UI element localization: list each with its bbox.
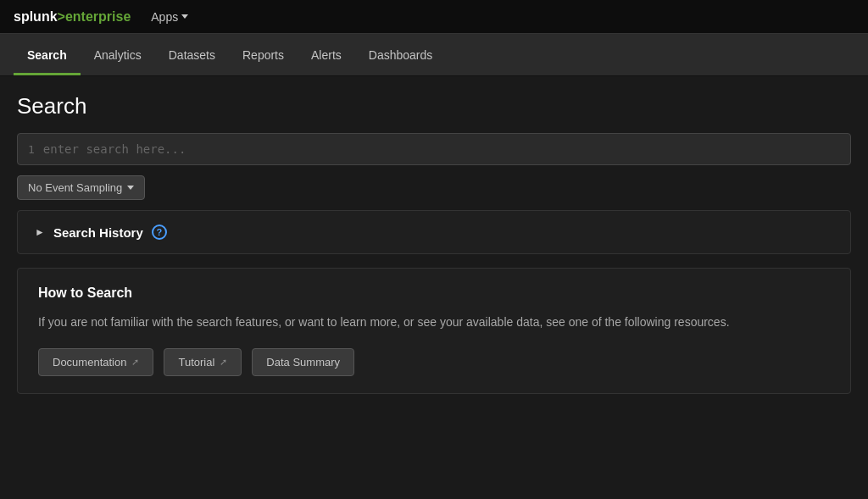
page-title: Search bbox=[17, 93, 851, 119]
search-bar[interactable]: 1 bbox=[17, 133, 851, 165]
how-to-search-title: How to Search bbox=[38, 286, 830, 301]
nav-item-analytics[interactable]: Analytics bbox=[81, 34, 155, 75]
documentation-button[interactable]: Documentation ➚ bbox=[38, 348, 153, 376]
apps-caret-icon bbox=[181, 14, 188, 19]
apps-menu[interactable]: Apps bbox=[151, 10, 188, 24]
apps-label: Apps bbox=[151, 10, 178, 24]
search-input[interactable] bbox=[43, 142, 840, 156]
how-to-search-buttons: Documentation ➚ Tutorial ➚ Data Summary bbox=[38, 348, 830, 376]
data-summary-label: Data Summary bbox=[266, 356, 340, 369]
sampling-label: No Event Sampling bbox=[28, 181, 122, 194]
logo-splunk-word: splunk bbox=[14, 9, 58, 24]
external-link-icon-tutorial: ➚ bbox=[220, 357, 227, 368]
main-content: Search 1 No Event Sampling ► Search Hist… bbox=[0, 76, 868, 411]
how-to-search-section: How to Search If you are not familiar wi… bbox=[17, 268, 851, 394]
no-event-sampling-button[interactable]: No Event Sampling bbox=[17, 175, 145, 200]
nav-item-datasets[interactable]: Datasets bbox=[155, 34, 229, 75]
tutorial-button[interactable]: Tutorial ➚ bbox=[164, 348, 242, 376]
how-to-search-description: If you are not familiar with the search … bbox=[38, 313, 830, 331]
tutorial-label: Tutorial bbox=[178, 356, 214, 369]
search-history-label: Search History bbox=[53, 225, 143, 240]
nav-item-search[interactable]: Search bbox=[14, 34, 81, 75]
search-line-number: 1 bbox=[28, 143, 35, 156]
external-link-icon-doc: ➚ bbox=[131, 357, 139, 368]
sampling-caret-icon bbox=[127, 186, 134, 190]
logo-gt: > bbox=[58, 9, 65, 24]
top-bar: splunk>enterprise Apps bbox=[0, 0, 868, 34]
secondary-nav: Search Analytics Datasets Reports Alerts… bbox=[0, 34, 868, 76]
logo-enterprise-word: enterprise bbox=[65, 9, 131, 24]
logo-text: splunk>enterprise bbox=[14, 9, 131, 25]
chevron-right-icon: ► bbox=[35, 226, 45, 238]
logo: splunk>enterprise bbox=[14, 9, 131, 25]
search-history-section[interactable]: ► Search History ? bbox=[17, 210, 851, 254]
nav-item-alerts[interactable]: Alerts bbox=[298, 34, 355, 75]
nav-item-dashboards[interactable]: Dashboards bbox=[355, 34, 447, 75]
data-summary-button[interactable]: Data Summary bbox=[252, 348, 354, 376]
nav-item-reports[interactable]: Reports bbox=[229, 34, 298, 75]
documentation-label: Documentation bbox=[53, 356, 126, 369]
help-icon[interactable]: ? bbox=[152, 225, 167, 240]
